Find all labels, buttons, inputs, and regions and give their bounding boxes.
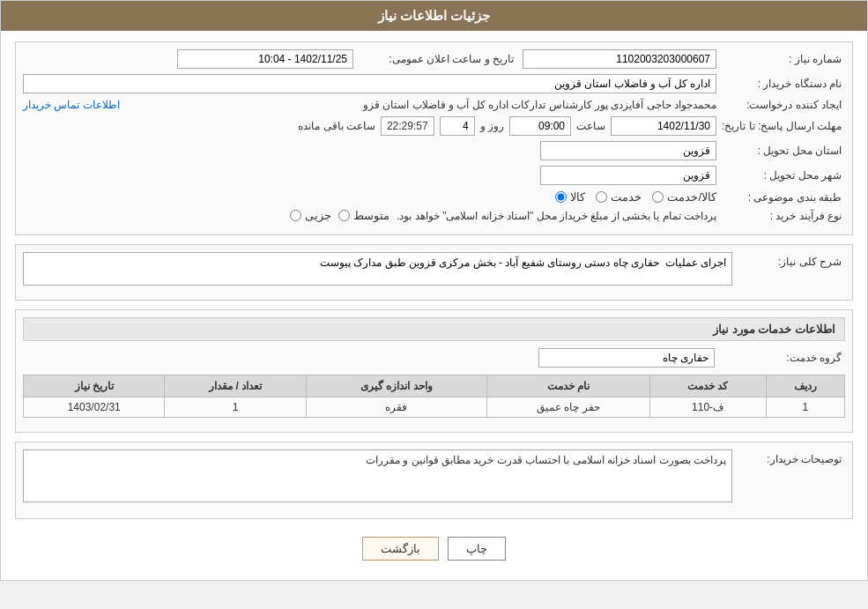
service-group-row: گروه خدمت: [23,348,845,368]
category-kala[interactable]: کالا [555,190,585,204]
col-service-name: نام خدمت [487,375,650,397]
purchase-juzei[interactable]: جزیی [290,209,331,222]
description-row: شرح کلی نیاز: اجرای عملیات حفاری چاه دست… [23,252,845,286]
remaining-label: ساعت باقی مانده [298,120,375,132]
cell-service-name: حفر چاه عمیق [487,397,650,418]
services-table: ردیف کد خدمت نام خدمت واحد اندازه گیری ت… [23,375,845,418]
deadline-row: مهلت ارسال پاسخ: تا تاریخ: ساعت روز و 22… [23,116,845,136]
category-khidmat-radio[interactable] [596,191,607,203]
purchase-juzei-radio[interactable] [290,210,301,221]
col-need-date: تاریخ نیاز [24,375,165,397]
purchase-type-row: نوع فرآیند خرید : پرداخت تمام یا بخشی از… [23,209,845,222]
requester-name: محمدجواد حاجی آفایزدی پور کارشناس تدارکا… [127,99,716,111]
table-row: 1 ف-110 حفر چاه عمیق فقره 1 1403/02/31 [24,397,845,418]
buyer-notes-content: پرداخت بصورت اسناد خزانه اسلامی با احتسا… [23,449,732,502]
contact-info-link[interactable]: اطلاعات تماس خریدار [23,99,120,111]
buyer-notes-row: توصیحات خریدار: پرداخت بصورت اسناد خزانه… [23,449,845,502]
buyer-notes-text: پرداخت بصورت اسناد خزانه اسلامی با احتسا… [366,454,726,466]
requester-row: ایجاد کننده درخواست: محمدجواد حاجی آفایز… [23,99,845,111]
category-label: طبقه بندی موضوعی : [722,191,845,204]
need-number-input[interactable] [523,49,716,69]
description-section: شرح کلی نیاز: اجرای عملیات حفاری چاه دست… [15,244,853,301]
col-quantity: تعداد / مقدار [165,375,306,397]
day-label: روز و [480,120,504,132]
purchase-type-label: نوع فرآیند خرید : [722,210,845,222]
content-area: شماره نیاز : تاریخ و ساعت اعلان عمومی: ن… [1,31,867,580]
deadline-label: مهلت ارسال پاسخ: تا تاریخ: [722,120,845,132]
purchase-mutavasit-radio[interactable] [338,210,350,221]
delivery-city-row: شهر محل تحویل : [23,166,845,185]
remaining-time-value: 22:29:57 [381,116,434,136]
category-kala-khidmat-label: کالا/خدمت [667,190,716,204]
description-textarea[interactable]: اجرای عملیات حفاری چاه دستی روستای شفیع … [23,252,732,286]
back-button[interactable]: بازگشت [362,537,439,561]
buyer-org-row: نام دستگاه خریدار : [23,74,845,93]
category-kala-khidmat[interactable]: کالا/خدمت [652,190,716,204]
time-label: ساعت [576,120,605,132]
announce-label: تاریخ و ساعت اعلان عمومی: [359,53,517,65]
services-table-header: ردیف کد خدمت نام خدمت واحد اندازه گیری ت… [24,375,845,397]
deadline-time-input[interactable] [509,116,571,136]
main-info-section: شماره نیاز : تاریخ و ساعت اعلان عمومی: ن… [15,41,853,235]
service-group-label: گروه خدمت: [722,352,845,364]
buyer-notes-label: توصیحات خریدار: [739,449,845,465]
col-unit: واحد اندازه گیری [306,375,486,397]
category-kala-label: کالا [570,190,585,204]
delivery-city-input[interactable] [540,166,716,185]
cell-row-num: 1 [766,397,845,418]
service-group-input[interactable] [538,348,715,368]
purchase-mutavasit[interactable]: متوسط [338,209,389,222]
purchase-type-group: پرداخت تمام یا بخشی از مبلغ خریداز محل "… [23,209,716,222]
delivery-province-input[interactable] [540,141,716,160]
need-number-label: شماره نیاز : [722,53,845,65]
requester-label: ایجاد کننده درخواست: [722,99,845,111]
announce-date-input[interactable] [177,49,353,69]
category-khidmat-label: خدمت [611,190,642,204]
category-radio-group: کالا/خدمت خدمت کالا [23,190,716,204]
delivery-city-label: شهر محل تحویل : [722,169,845,182]
cell-unit: فقره [306,397,486,418]
deadline-days-input[interactable] [440,116,475,136]
col-row-num: ردیف [766,375,845,397]
purchase-juzei-label: جزیی [305,209,331,222]
category-kala-khidmat-radio[interactable] [652,191,664,203]
delivery-province-label: استان محل تحویل : [722,145,845,157]
page-header: جزئیات اطلاعات نیاز [1,1,867,31]
page-wrapper: جزئیات اطلاعات نیاز شماره نیاز : تاریخ و… [0,0,868,581]
need-number-row: شماره نیاز : تاریخ و ساعت اعلان عمومی: [23,49,845,69]
category-kala-radio[interactable] [555,191,567,203]
delivery-province-row: استان محل تحویل : [23,141,845,160]
col-service-code: کد خدمت [649,375,766,397]
deadline-date-input[interactable] [611,116,716,136]
cell-need-date: 1403/02/31 [24,397,165,418]
description-label: شرح کلی نیاز: [739,252,845,268]
cell-quantity: 1 [165,397,306,418]
buyer-notes-section: توصیحات خریدار: پرداخت بصورت اسناد خزانه… [15,442,853,519]
footer-buttons: چاپ بازگشت [15,528,853,569]
print-button[interactable]: چاپ [448,537,506,561]
services-table-body: 1 ف-110 حفر چاه عمیق فقره 1 1403/02/31 [24,397,845,418]
buyer-org-input[interactable] [23,74,716,93]
buyer-org-label: نام دستگاه خریدار : [722,78,845,90]
services-section-title: اطلاعات خدمات مورد نیاز [23,317,845,341]
purchase-note: پرداخت تمام یا بخشی از مبلغ خریداز محل "… [397,210,716,222]
cell-service-code: ف-110 [649,397,766,418]
services-section: اطلاعات خدمات مورد نیاز گروه خدمت: ردیف … [15,309,853,433]
purchase-mutavasit-label: متوسط [353,209,389,222]
category-khidmat[interactable]: خدمت [596,190,642,204]
page-title: جزئیات اطلاعات نیاز [378,8,490,23]
category-row: طبقه بندی موضوعی : کالا/خدمت خدمت کالا [23,190,845,204]
